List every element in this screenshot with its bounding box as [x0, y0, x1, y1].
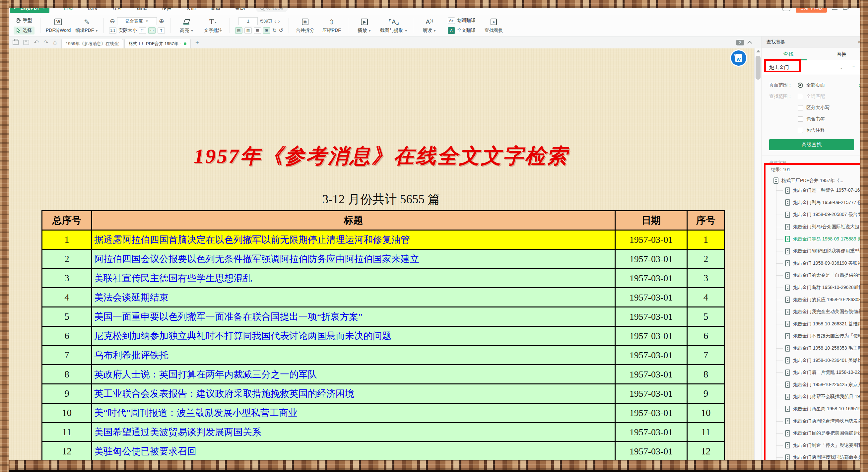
find-input[interactable]: 炮击金门 ⌄ ⌃ [762, 60, 868, 75]
login-button[interactable]: 登录享特权 [796, 4, 827, 12]
new-tab-button[interactable]: + [192, 39, 202, 46]
result-item[interactable]: 炮击金门目的是要把美国强盗赶出台 [776, 427, 866, 440]
menu-item[interactable]: 编辑 [130, 5, 154, 11]
document-scrollbar[interactable] [754, 49, 762, 472]
word-translate-button[interactable]: A+ 划词翻译 [445, 17, 478, 25]
zoom-level-select[interactable]: 适合宽度▼ [117, 17, 157, 25]
hand-tool-button[interactable]: 手型 [13, 17, 35, 25]
result-item[interactable]: 炮击金门列岛/合众国际社说大担二担 [776, 221, 866, 233]
page-number-input[interactable]: 1 [239, 17, 258, 25]
document-tab-1[interactable]: 1959年《参考消息》在线全文... [61, 39, 123, 49]
scroll-up-icon[interactable] [756, 50, 760, 53]
menu-item[interactable]: 高级 [203, 5, 228, 11]
home-icon[interactable]: ⌂ [53, 39, 57, 46]
full-translate-button[interactable]: A 全文翻译 [445, 27, 478, 34]
single-page-view-icon[interactable]: ▤ [235, 27, 243, 34]
cell-title-link[interactable]: 乌布利希批评铁托 [92, 346, 615, 365]
result-item[interactable]: 炮击金门 1958-10-266321 基维特到 [776, 318, 866, 331]
grid-view-icon[interactable]: ▦ [254, 27, 261, 34]
rotate-right-icon[interactable]: ↻ [272, 27, 277, 33]
save-icon[interactable] [23, 40, 29, 45]
rotate-left-icon[interactable]: ↺ [279, 27, 283, 33]
tab-find[interactable]: 查找 [762, 48, 815, 60]
actual-size-icon[interactable]: 1:1 [109, 27, 117, 34]
fit-page-icon[interactable]: ⬚ [139, 27, 146, 34]
all-pages-radio[interactable] [798, 83, 803, 88]
result-item[interactable]: 炮击金门制造「停火」舆论妄图我将 [776, 439, 866, 451]
result-item[interactable]: 炮击金门是一种警告 1957-07-16 23 [776, 184, 866, 197]
compress-pdf-button[interactable]: ⇳ 压缩PDF [321, 18, 343, 33]
cell-title-link[interactable]: 阿拉伯四国会议公报要以色列无条件撤军强调阿拉伯防务应由阿拉伯国家来建立 [92, 249, 615, 269]
cell-title-link[interactable]: 美驻匈公使已被要求召回 [92, 442, 615, 461]
result-item[interactable]: 炮击金门列岛 1958-09-215777 侵台 [776, 197, 866, 209]
advanced-find-button[interactable]: 高级查找 [769, 139, 854, 150]
undo-icon[interactable]: ↶ [34, 39, 39, 45]
pdf-to-word-floating-button[interactable]: W ↻ [731, 51, 746, 66]
result-item[interactable]: 炮击金门 1958-10-236401 美爆炸 [776, 354, 866, 367]
cell-title-link[interactable]: 美国一面重申要以色列撤军一面准备在联合国提出一项“折衷方案” [92, 307, 615, 326]
select-tool-button[interactable]: 选择 [13, 27, 34, 34]
result-item[interactable]: 炮击金门的命令是「自愿提供的情报 [776, 269, 866, 282]
result-item[interactable]: 炮击金门 1958-10-226425 东京人士 [776, 379, 866, 391]
text-annotation-button[interactable]: T⌄ 文字批注 [202, 18, 224, 33]
result-item[interactable]: 炮击金门蒋帮不会骚扰我船只 1958- [776, 391, 866, 403]
result-item[interactable]: 炮击金门岛群 1958-10-296288叶公 [776, 282, 866, 294]
cell-title-link[interactable]: 美“时代”周刊报道：波兰鼓励发展小型私营工商业 [92, 403, 615, 422]
result-item[interactable]: 炮击金门等岛 1958-09-175889 美 [776, 233, 866, 245]
cell-title-link[interactable]: 英政府人士说：英国打算在两年内裁减三分之一的军队 [92, 365, 615, 384]
next-page-icon[interactable]: › [278, 18, 280, 24]
scrollbar-thumb[interactable] [755, 56, 761, 80]
menu-item[interactable]: 帮助 [228, 5, 252, 11]
result-item[interactable]: 炮击金门后一片慌乱 1958-10-2264 [776, 367, 866, 379]
result-item[interactable]: 炮击金门两周诬蔑我国防部命令是一 [776, 451, 866, 464]
result-item[interactable]: 炮击金门我完全主动美国务院恼羞成 [776, 306, 866, 318]
menu-item[interactable]: 首页 [56, 5, 81, 11]
cell-title-link[interactable]: 尼克松到加纳参加独立典礼时不打算同我国代表讨论两国悬而未决的问题 [92, 326, 615, 346]
minimize-button[interactable] [832, 9, 837, 10]
results-tree-root[interactable]: 格式工厂PDF合并 1957年《... [773, 178, 866, 184]
two-page-view-icon[interactable]: ▥ [244, 27, 252, 34]
play-button[interactable]: ▶ 播放 ▼ [353, 18, 375, 33]
redo-icon[interactable]: ↷ [43, 39, 49, 45]
fit-text-icon[interactable]: T [158, 27, 165, 34]
feedback-chat-icon[interactable] [782, 5, 790, 11]
include-annotations-checkbox[interactable] [798, 128, 803, 133]
result-item[interactable]: 炮击金门不要跟美国宣传为「侵略」 [776, 330, 866, 342]
result-item[interactable]: 炮击金门/柳鹤图说我将使用重型的大 [776, 245, 866, 257]
find-prev-icon[interactable]: ⌃ [852, 65, 856, 70]
tab-replace[interactable]: 替换 [815, 48, 868, 60]
result-item[interactable]: 炮击金门的反应 1958-10-286308 核 [776, 293, 866, 306]
restore-button[interactable] [843, 6, 847, 10]
cell-title-link[interactable]: 据透露阿拉伯四国首脑决定在以色列撤军以前无限期停止清理运河和修复油管 [92, 230, 615, 249]
read-aloud-button[interactable]: A⁾⁾ 朗读 ▼ [418, 18, 440, 33]
cell-title-link[interactable]: 美法会谈延期结束 [92, 288, 615, 307]
match-case-checkbox[interactable] [798, 105, 803, 111]
expand-range-icon[interactable]: › [859, 82, 861, 89]
highlight-button[interactable]: 高亮 ▼ [176, 18, 198, 33]
app-logo-button[interactable]: 迅读PDF ▼ [10, 3, 50, 13]
edit-pdf-button[interactable]: ✎ 编辑PDF ▼ [75, 18, 98, 33]
document-page[interactable]: 1957年《参考消息》在线全文文字检索 3-12 月份共计 5655 篇 总序号… [8, 49, 754, 472]
find-replace-button[interactable]: ⌕ 查找替换 [483, 18, 505, 33]
whole-word-checkbox[interactable] [798, 94, 803, 99]
collapse-toolbar-icon[interactable] [747, 41, 752, 45]
capture-extract-button[interactable]: ⌜A⌟ 截图与提取 ▼ [380, 18, 408, 33]
cell-title-link[interactable]: 美联社宣传民主德国有些学生思想混乱 [92, 269, 615, 288]
zoom-in-icon[interactable]: ⊕ [159, 17, 164, 25]
cell-title-link[interactable]: 英工业联合会发表报告：建议政府采取措施挽救英国的经济困境 [92, 384, 615, 403]
result-item[interactable]: 炮击金门 1958-10-256353 毛主席同 [776, 342, 866, 354]
find-next-icon[interactable]: ⌄ [839, 65, 843, 70]
cell-title-link[interactable]: 美国希望通过美波贸易谈判发展两国关系 [92, 422, 615, 442]
panel-close-icon[interactable]: ✕ [857, 39, 863, 45]
include-bookmarks-checkbox[interactable] [798, 117, 803, 122]
fit-width-icon[interactable]: ▭ [148, 27, 156, 34]
menu-item[interactable]: 转换 [154, 5, 179, 11]
zoom-out-icon[interactable]: ⊖ [110, 17, 115, 25]
result-item[interactable]: 炮击金门两星周 1958-10-166519 美 [776, 403, 866, 415]
result-item[interactable]: 炮击金门 1958-09-205807 侵台美军 [776, 209, 866, 221]
merge-split-button[interactable]: ⧉ 合并拆分 [294, 18, 316, 33]
pdf-to-word-button[interactable]: W PDF转Word [46, 18, 71, 33]
print-icon[interactable] [12, 40, 19, 45]
cell-title-link[interactable]: 据说在讨论苏加诺方案时各伊斯兰党曾考虑提出一项“中间路线建议” [92, 461, 615, 472]
prev-page-icon[interactable]: ‹ [275, 18, 276, 24]
